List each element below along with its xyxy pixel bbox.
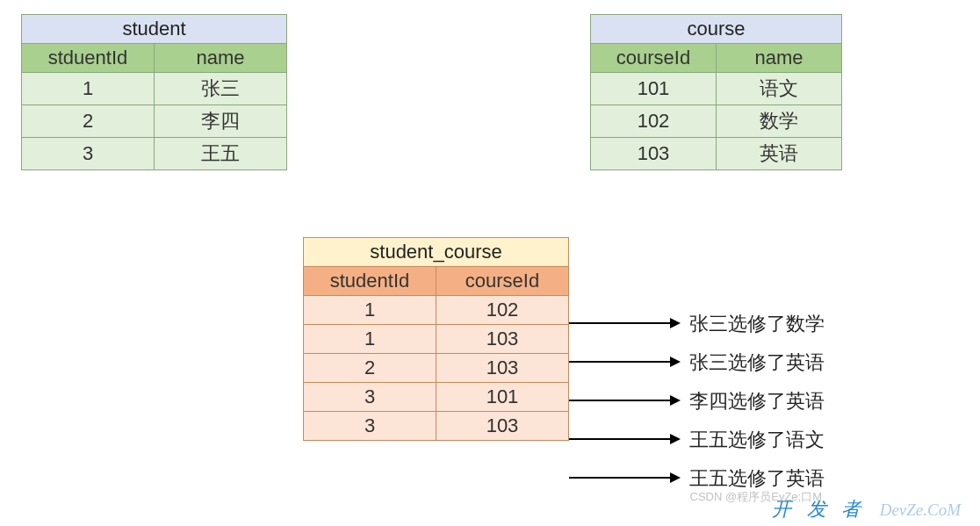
table-row: 1 张三 — [22, 73, 287, 105]
table-row: 103 英语 — [591, 138, 842, 170]
annotation-text: 张三选修了数学 — [689, 311, 825, 337]
table-row: 3 王五 — [22, 138, 287, 170]
student-table: student stduentId name 1 张三 2 李四 3 王五 — [21, 14, 287, 170]
watermark-csdn: CSDN @程序员EvZe;口M — [690, 489, 822, 505]
table-row: 1 102 — [304, 296, 569, 325]
table-row: 1 103 — [304, 325, 569, 354]
student-header-id: stduentId — [22, 44, 155, 73]
course-header-id: courseId — [591, 44, 717, 73]
table-row: 2 103 — [304, 354, 569, 383]
student-table-title: student — [22, 15, 287, 44]
annotation-text: 李四选修了英语 — [689, 388, 825, 414]
table-row: 2 李四 — [22, 105, 287, 138]
course-header-name: name — [717, 44, 842, 73]
table-row: 102 数学 — [591, 105, 842, 138]
course-table: course courseId name 101 语文 102 数学 103 英… — [590, 14, 842, 170]
table-row: 3 103 — [304, 412, 569, 441]
course-table-title: course — [591, 15, 842, 44]
annotation-text: 王五选修了英语 — [689, 465, 825, 492]
annotation-text: 张三选修了英语 — [689, 349, 825, 376]
student-course-table: student_course studentId courseId 1 102 … — [303, 237, 569, 441]
sc-header-cid: courseId — [436, 267, 569, 296]
table-row: 3 101 — [304, 383, 569, 412]
annotation-text: 王五选修了语文 — [689, 427, 825, 453]
sc-header-sid: studentId — [304, 267, 436, 296]
student-header-name: name — [155, 44, 287, 73]
table-row: 101 语文 — [591, 73, 842, 105]
student-course-table-title: student_course — [304, 238, 569, 267]
